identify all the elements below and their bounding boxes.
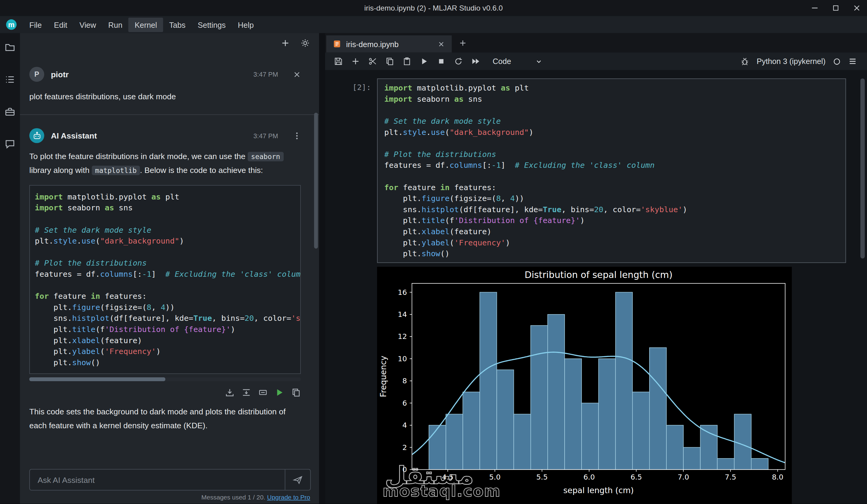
svg-text:5.0: 5.0 xyxy=(489,473,501,481)
new-chat-plus-icon[interactable] xyxy=(280,38,290,48)
robot-icon xyxy=(32,131,42,141)
files-folder-icon[interactable] xyxy=(4,42,16,53)
menu-settings[interactable]: Settings xyxy=(192,18,232,32)
menu-view[interactable]: View xyxy=(73,18,102,32)
assistant-message-time: 3:47 PM xyxy=(254,132,278,140)
maximize-button[interactable] xyxy=(832,4,840,12)
toolbar-menu-icon[interactable] xyxy=(848,57,857,66)
send-icon xyxy=(292,474,303,485)
cut-cell-icon[interactable] xyxy=(364,57,381,66)
delete-message-icon[interactable] xyxy=(292,70,301,79)
debugger-bug-icon[interactable] xyxy=(741,57,749,66)
inline-code-seaborn: seaborn xyxy=(248,152,283,161)
restart-kernel-icon[interactable] xyxy=(450,57,467,66)
run-code-icon[interactable] xyxy=(275,388,284,397)
svg-text:6: 6 xyxy=(403,399,407,407)
cell-type-value: Code xyxy=(493,57,511,66)
svg-text:2: 2 xyxy=(403,443,407,452)
svg-text:8: 8 xyxy=(403,377,407,385)
chat-usage-footer: Messages used 1 / 20. Upgrade to Pro xyxy=(29,490,311,502)
new-tab-button[interactable] xyxy=(458,38,467,47)
save-icon[interactable] xyxy=(330,57,347,66)
message-menu-kebab-icon[interactable] xyxy=(292,131,301,140)
cell-code: import matplotlib.pyplot as pltimport se… xyxy=(384,83,839,259)
ask-ai-input[interactable] xyxy=(30,470,285,490)
chat-settings-gear-icon[interactable] xyxy=(300,38,310,48)
titlebar: iris-demo.ipynb (2) - MLJAR Studio v0.6.… xyxy=(0,0,867,16)
svg-text:12: 12 xyxy=(398,332,407,341)
user-message-text: plot features distributions, use dark mo… xyxy=(20,82,319,103)
code-action-bar xyxy=(29,381,301,405)
window-controls xyxy=(810,0,861,16)
menu-run[interactable]: Run xyxy=(102,18,128,32)
histogram-chart: 4.55.05.56.06.57.07.58.00246810121416Dis… xyxy=(377,267,792,504)
cell-execution-prompt: [2]: xyxy=(325,78,377,263)
copy-cell-icon[interactable] xyxy=(381,57,398,66)
tab-close-icon[interactable] xyxy=(437,40,445,48)
user-message: P piotr 3:47 PM plot features distributi… xyxy=(20,53,319,114)
minimize-button[interactable] xyxy=(810,3,819,13)
code-hscroll-thumb[interactable] xyxy=(29,377,165,381)
notebook-scrollbar-thumb[interactable] xyxy=(860,78,865,259)
replace-cell-icon[interactable] xyxy=(242,388,251,397)
tab-label: iris-demo.ipynb xyxy=(346,40,399,48)
toolbox-icon[interactable] xyxy=(4,106,16,117)
svg-text:10: 10 xyxy=(398,354,407,363)
notebook-file-icon xyxy=(333,40,341,48)
svg-text:5.5: 5.5 xyxy=(536,473,548,481)
window-title: iris-demo.ipynb (2) - MLJAR Studio v0.6.… xyxy=(364,4,503,12)
toolbar-right-group: Python 3 (ipykernel) xyxy=(741,57,861,66)
stop-kernel-icon[interactable] xyxy=(432,57,450,66)
svg-text:6.5: 6.5 xyxy=(630,473,642,481)
ask-ai-box xyxy=(29,469,311,490)
svg-text:4: 4 xyxy=(403,421,407,429)
paste-cell-icon[interactable] xyxy=(398,57,415,66)
activity-bar xyxy=(0,33,20,504)
add-cell-icon[interactable] xyxy=(347,57,364,66)
messages-used-text: Messages used 1 / 20. xyxy=(201,494,267,500)
chevron-down-icon xyxy=(536,58,543,65)
assistant-intro-paragraph: To plot the feature distributions in dar… xyxy=(29,150,301,177)
user-message-time: 3:47 PM xyxy=(254,70,278,78)
notebook-toolbar: Code Python 3 (ipykernel) xyxy=(325,53,867,70)
notebook-area: iris-demo.ipynb Code xyxy=(325,33,867,504)
menu-tabs[interactable]: Tabs xyxy=(163,18,192,32)
menu-edit[interactable]: Edit xyxy=(48,18,73,32)
menu-kernel[interactable]: Kernel xyxy=(129,18,163,32)
menu-file[interactable]: File xyxy=(23,18,48,32)
insert-at-cursor-icon[interactable] xyxy=(258,388,268,397)
inline-code-matplotlib: matplotlib xyxy=(92,166,140,175)
chat-scrollbar-thumb[interactable] xyxy=(314,112,318,248)
menu-help[interactable]: Help xyxy=(232,18,260,32)
svg-text:7.5: 7.5 xyxy=(725,473,736,481)
svg-text:14: 14 xyxy=(398,310,407,319)
chat-toolbar xyxy=(20,33,319,53)
chat-message-list: P piotr 3:47 PM plot features distributi… xyxy=(20,53,319,466)
cell-output-row: 4.55.05.56.06.57.07.58.00246810121416Dis… xyxy=(325,267,867,504)
ai-chat-panel: P piotr 3:47 PM plot features distributi… xyxy=(20,33,319,504)
code-horizontal-scrollbar[interactable] xyxy=(29,377,301,381)
tab-iris-demo[interactable]: iris-demo.ipynb xyxy=(326,35,452,53)
assistant-name: AI Assistant xyxy=(51,131,97,140)
upgrade-to-pro-link[interactable]: Upgrade to Pro xyxy=(267,494,310,500)
cell-type-dropdown[interactable]: Code xyxy=(493,57,543,66)
add-to-new-cell-icon[interactable] xyxy=(225,388,234,397)
menubar: m File Edit View Run Kernel Tabs Setting… xyxy=(0,16,867,33)
mljar-logo: m xyxy=(6,19,17,30)
chat-icon[interactable] xyxy=(4,138,16,150)
assistant-outro-paragraph: This code sets the background to dark mo… xyxy=(29,405,301,433)
svg-text:16: 16 xyxy=(398,288,407,297)
kernel-name[interactable]: Python 3 (ipykernel) xyxy=(757,57,826,66)
outline-list-icon[interactable] xyxy=(4,74,16,85)
close-window-button[interactable] xyxy=(852,3,861,13)
copy-code-icon[interactable] xyxy=(291,388,301,397)
notebook-tabbar: iris-demo.ipynb xyxy=(325,33,867,53)
run-cell-icon[interactable] xyxy=(415,57,432,66)
output-plot: 4.55.05.56.06.57.07.58.00246810121416Dis… xyxy=(377,267,792,504)
send-message-button[interactable] xyxy=(285,470,310,490)
mljar-studio-window: iris-demo.ipynb (2) - MLJAR Studio v0.6.… xyxy=(0,0,867,504)
panel-splitter[interactable] xyxy=(319,33,325,504)
svg-text:Frequency: Frequency xyxy=(378,356,388,397)
code-cell-editor[interactable]: import matplotlib.pyplot as pltimport se… xyxy=(377,78,846,263)
run-all-cells-icon[interactable] xyxy=(467,57,484,66)
